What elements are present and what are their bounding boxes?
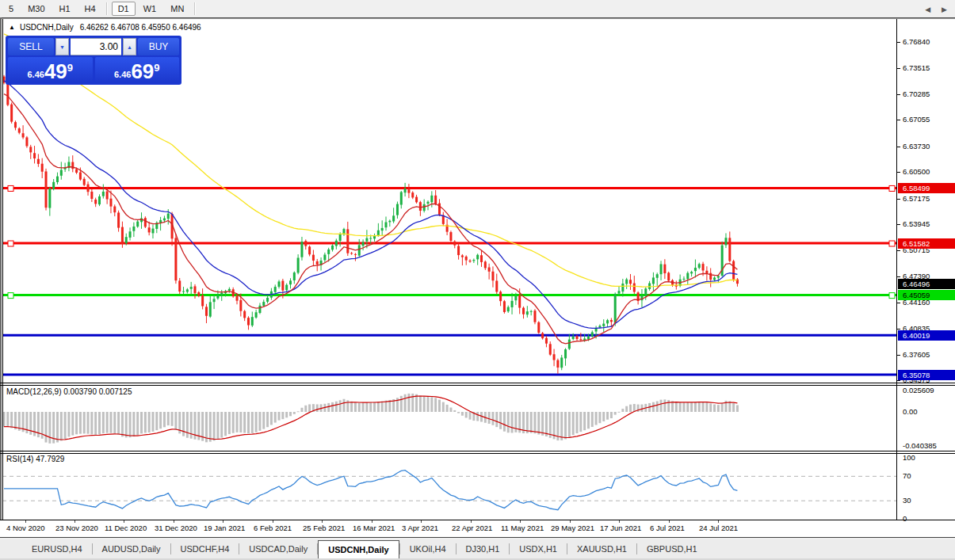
macd-histogram-bar xyxy=(255,412,258,432)
candle-body xyxy=(213,299,216,302)
tab-usdcad[interactable]: USDCAD,Daily xyxy=(239,539,317,558)
tab-usdx[interactable]: USDX,H1 xyxy=(510,539,567,558)
tab-dj30[interactable]: DJ30,H1 xyxy=(456,539,510,558)
macd-histogram-bar xyxy=(64,412,67,439)
candle-body xyxy=(484,261,487,268)
macd-histogram-bar xyxy=(121,412,124,436)
macd-histogram-bar xyxy=(602,412,605,421)
macd-histogram-bar xyxy=(640,405,643,412)
candle-body xyxy=(618,291,621,293)
candle-body xyxy=(174,238,177,280)
volume-decrease-button[interactable]: ▼ xyxy=(55,38,69,55)
candle-body xyxy=(518,295,521,308)
rsi-scale-label: 100 xyxy=(903,453,915,462)
candle-body xyxy=(728,238,731,261)
rsi-scale-label: 0 xyxy=(903,514,907,523)
candle-body xyxy=(41,164,44,172)
tab-eurusd[interactable]: EURUSD,H4 xyxy=(22,539,92,558)
price-axis-label: 6.73515 xyxy=(903,63,930,72)
level-handle[interactable] xyxy=(889,185,895,191)
candle-body xyxy=(610,320,613,322)
sell-button[interactable]: SELL xyxy=(8,38,54,55)
candle-body xyxy=(411,192,414,197)
rsi-label: RSI(14) 47.7929 xyxy=(6,455,64,463)
sell-price-box[interactable]: 6.46499 xyxy=(8,57,93,82)
macd-histogram-bar xyxy=(278,412,281,421)
tab-ukoil[interactable]: UKOil,H4 xyxy=(400,539,456,558)
tab-usdcnh[interactable]: USDCNH,Daily xyxy=(318,540,399,558)
macd-splitter-top[interactable] xyxy=(0,383,955,383)
candle-body xyxy=(438,204,441,215)
macd-histogram-bar xyxy=(285,412,288,417)
tab-audusd[interactable]: AUDUSD,Daily xyxy=(93,539,170,558)
candle-body xyxy=(228,289,231,291)
tab-xauusd[interactable]: XAUUSD,H1 xyxy=(567,539,636,558)
macd-histogram-bar xyxy=(144,412,147,432)
volume-input[interactable] xyxy=(71,38,121,55)
macd-histogram-bar xyxy=(159,412,162,429)
candle-body xyxy=(694,268,697,271)
candle-body xyxy=(205,307,208,315)
candle-body xyxy=(274,287,277,292)
macd-histogram-bar xyxy=(503,412,506,432)
candle-body xyxy=(537,322,540,333)
macd-splitter-bottom[interactable] xyxy=(0,385,955,386)
candle-body xyxy=(289,280,292,284)
buy-price-box[interactable]: 6.46699 xyxy=(95,57,180,82)
macd-histogram-bar xyxy=(56,412,59,443)
collapse-one-click-icon[interactable]: ▲ xyxy=(9,24,15,31)
candle-body xyxy=(556,360,559,368)
candle-body xyxy=(251,317,254,326)
candle-body xyxy=(644,288,647,295)
macd-histogram-bar xyxy=(232,412,235,433)
tab-scroll-left-icon[interactable]: ◀ xyxy=(925,6,930,13)
mt4-terminal: { "toolbar": { "timeframes": ["5", "M30"… xyxy=(0,0,955,560)
price-axis-label: 6.60500 xyxy=(903,167,930,176)
candle-body xyxy=(316,261,319,265)
candle-body xyxy=(385,223,388,228)
macd-scale-label: 0.025609 xyxy=(903,386,934,394)
level-handle[interactable] xyxy=(8,185,13,191)
price-level-lines[interactable] xyxy=(2,185,896,375)
macd-histogram-bar xyxy=(354,402,357,412)
tab-gbpusd[interactable]: GBPUSD,H1 xyxy=(637,539,707,558)
macd-histogram-bar xyxy=(465,412,468,417)
macd-histogram-bar xyxy=(136,412,139,435)
level-handle[interactable] xyxy=(889,241,895,246)
macd-histogram-bar xyxy=(14,412,17,429)
macd-histogram-bar xyxy=(526,412,529,433)
price-axis-tick xyxy=(897,94,900,95)
macd-histogram-bar xyxy=(10,412,13,428)
macd-histogram-bar xyxy=(251,412,254,433)
candle-body xyxy=(415,197,418,203)
macd-histogram-bar xyxy=(434,398,437,412)
macd-histogram-bar xyxy=(495,412,498,427)
volume-increase-button[interactable]: ▲ xyxy=(123,38,136,55)
date-label: 11 May 2021 xyxy=(501,524,544,532)
macd-histogram-bar xyxy=(591,412,594,427)
macd-histogram-bar xyxy=(381,402,384,412)
candle-body xyxy=(495,280,498,291)
level-handle[interactable] xyxy=(889,293,895,299)
candle-body xyxy=(266,298,269,302)
rsi-splitter-top[interactable] xyxy=(0,451,955,451)
buy-button[interactable]: BUY xyxy=(138,38,179,55)
tab-usdchf[interactable]: USDCHF,H4 xyxy=(171,539,239,558)
candle-body xyxy=(18,128,21,132)
macd-histogram-bar xyxy=(491,412,494,425)
level-handle[interactable] xyxy=(8,241,13,246)
candle-body xyxy=(209,302,212,316)
macd-histogram-bar xyxy=(457,412,460,413)
macd-histogram-bar xyxy=(155,412,158,430)
macd-histogram-bar xyxy=(151,412,154,432)
tab-scroll-right-icon[interactable]: ▶ xyxy=(942,6,947,13)
candle-body xyxy=(553,354,556,360)
macd-histogram-bar xyxy=(713,404,716,412)
candle-body xyxy=(182,291,185,292)
rsi-splitter-bottom[interactable] xyxy=(0,453,955,454)
date-axis[interactable]: 4 Nov 202023 Nov 202011 Dec 202031 Dec 2… xyxy=(0,520,955,537)
candle-body xyxy=(717,276,720,277)
level-handle[interactable] xyxy=(8,293,13,299)
macd-histogram-bar xyxy=(541,412,544,436)
macd-histogram-bar xyxy=(60,412,63,440)
